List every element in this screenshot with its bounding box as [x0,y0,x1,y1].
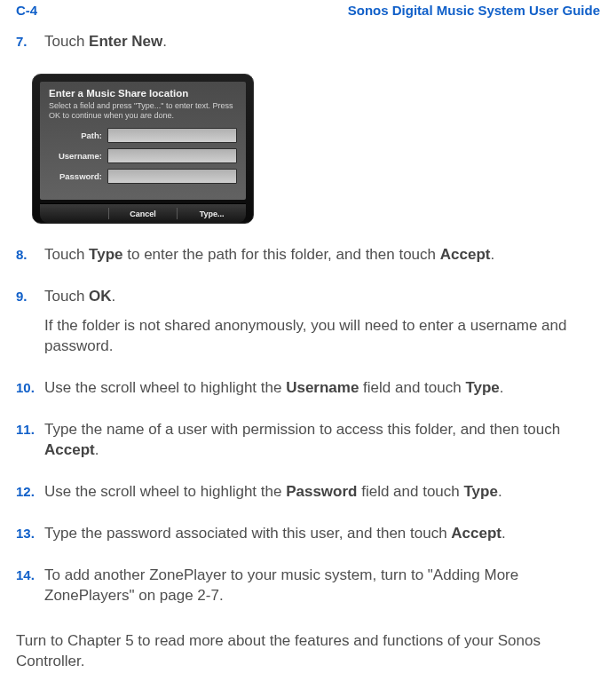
step-body: Type the name of a user with permission … [44,420,600,470]
step-number: 11. [16,420,44,470]
text: . [500,379,504,396]
step-7: 7. Touch Enter New. [16,32,600,61]
type-button[interactable]: Type... [178,204,246,223]
password-label: Password: [49,171,102,181]
text: Touch [44,288,89,305]
text: Touch [44,33,89,50]
step-body: Type the password associated with this u… [44,524,600,553]
text: to enter the path for this folder, and t… [123,246,440,263]
text: Touch [44,246,89,263]
screenshot-inner: Enter a Music Share location Select a fi… [40,82,246,201]
step-body: Touch Enter New. [44,32,600,61]
device-screenshot: Enter a Music Share location Select a fi… [32,74,254,225]
step-body: Use the scroll wheel to highlight the Us… [44,378,600,408]
bold-text: Type [465,379,499,396]
bold-text: Password [286,483,357,500]
step-9: 9. Touch OK. If the folder is not shared… [16,287,600,366]
step-number: 14. [16,566,44,615]
text: Type the password associated with this u… [44,525,451,542]
step-13: 13. Type the password associated with th… [16,524,600,553]
text: . [95,441,99,458]
field-path-row: Path: [49,128,237,143]
text: field and touch [359,379,465,396]
bold-text: Enter New [89,33,162,50]
bold-text: Accept [451,525,501,542]
bold-text: Accept [44,441,95,458]
bold-text: Type [464,483,498,500]
step-number: 13. [16,524,44,553]
step-body: Use the scroll wheel to highlight the Pa… [44,482,600,511]
text: field and touch [357,483,463,500]
step-14: 14. To add another ZonePlayer to your mu… [16,566,600,615]
step-body: To add another ZonePlayer to your music … [44,566,600,615]
step-body: Touch OK. If the folder is not shared an… [44,287,600,366]
step-number: 12. [16,482,44,511]
step-12: 12. Use the scroll wheel to highlight th… [16,482,600,511]
step-number: 7. [16,32,44,61]
screenshot-button-bar: Cancel Type... [40,203,246,223]
step-number: 8. [16,245,44,274]
field-password-row: Password: [49,169,237,184]
cancel-button[interactable]: Cancel [109,204,178,223]
bold-text: Accept [440,246,491,263]
bold-text: OK [89,288,112,305]
closing-text: Turn to Chapter 5 to read more about the… [16,631,600,672]
text: . [162,33,167,50]
text: Type the name of a user with permission … [44,421,560,438]
text: . [112,288,116,305]
text: . [501,525,506,542]
blank-button [40,204,108,223]
field-username-row: Username: [49,148,237,163]
step-10: 10. Use the scroll wheel to highlight th… [16,378,600,408]
page-header: C-4 Sonos Digital Music System User Guid… [16,3,600,18]
path-input[interactable] [107,128,237,143]
guide-title: Sonos Digital Music System User Guide [348,3,600,18]
step-number: 10. [16,378,44,408]
path-label: Path: [49,131,102,140]
text: Use the scroll wheel to highlight the [44,483,286,500]
step-11: 11. Type the name of a user with permiss… [16,420,600,470]
text: To add another ZonePlayer to your music … [44,566,600,606]
username-label: Username: [49,151,102,161]
page-number: C-4 [16,3,37,18]
screenshot-subtitle: Select a field and press "Type..." to en… [49,101,237,122]
text: If the folder is not shared anonymously,… [44,316,600,357]
step-number: 9. [16,287,44,366]
text: . [498,483,502,500]
step-8: 8. Touch Type to enter the path for this… [16,245,600,274]
step-body: Touch Type to enter the path for this fo… [44,245,600,274]
password-input[interactable] [107,169,237,184]
screenshot-title: Enter a Music Share location [49,88,237,99]
username-input[interactable] [107,148,237,163]
bold-text: Type [89,246,122,263]
bold-text: Username [286,379,359,396]
text: . [490,246,494,263]
text: Use the scroll wheel to highlight the [44,379,286,396]
